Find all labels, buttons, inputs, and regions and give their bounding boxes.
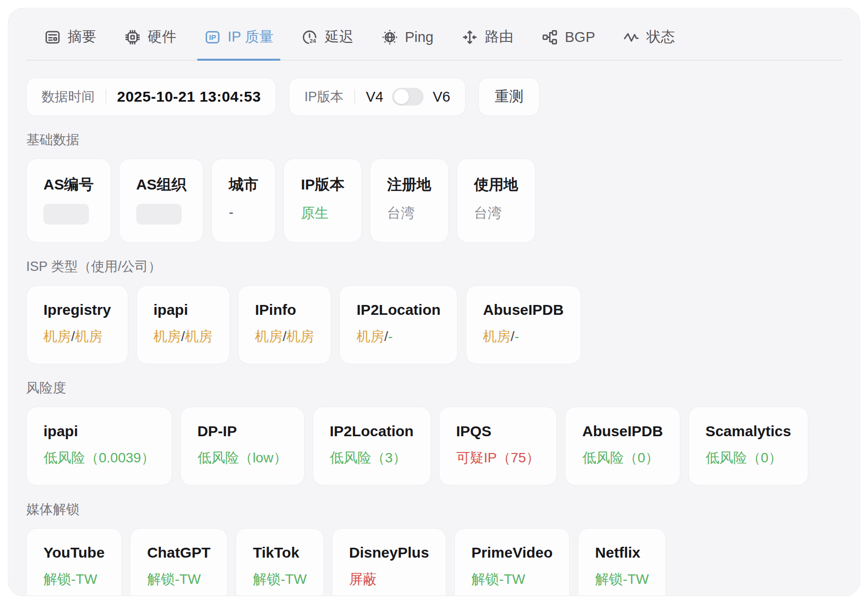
tab-label: 硬件: [148, 27, 176, 47]
section-media: 媒体解锁 YouTube 解锁-TW ChatGPT 解锁-TW TikTok …: [8, 500, 860, 596]
card-title: YouTube: [43, 544, 105, 561]
card-value: 低风险（3）: [330, 449, 414, 467]
tab-label: Ping: [405, 29, 434, 45]
tab-bgp[interactable]: BGP: [541, 29, 595, 46]
card-value: 解锁-TW: [253, 570, 307, 589]
card-value: [136, 204, 187, 225]
card-title: DP-IP: [197, 423, 287, 440]
card-value: 台湾: [474, 204, 518, 223]
tab-route[interactable]: 路由: [461, 27, 513, 47]
tab-latency[interactable]: 24 延迟: [301, 27, 354, 47]
hardware-icon: [124, 29, 141, 46]
value-part: 可疑IP（75）: [456, 449, 540, 467]
value-part: 机房: [483, 327, 511, 346]
info-card: ChatGPT 解锁-TW: [130, 528, 228, 596]
value-part: /: [384, 329, 388, 344]
card-title: IPQS: [456, 423, 540, 440]
tab-hardware[interactable]: 硬件: [124, 27, 176, 47]
value-part: 台湾: [387, 204, 415, 223]
info-card: IP2Location 低风险（3）: [313, 407, 431, 486]
info-card: PrimeVideo 解锁-TW: [454, 528, 570, 596]
value-part: 解锁-TW: [595, 570, 649, 589]
controls-row: 数据时间 2025-10-21 13:04:53 IP版本 V4 V6 重测: [26, 77, 842, 116]
card-row: ipapi 低风险（0.0039） DP-IP 低风险（low） IP2Loca…: [26, 407, 842, 486]
card-title: Netflix: [595, 544, 649, 561]
value-part: 解锁-TW: [472, 570, 525, 589]
info-card: IPinfo 机房/机房: [238, 285, 332, 364]
ip-version-toggle[interactable]: [392, 88, 424, 106]
card-value: 低风险（0）: [582, 449, 663, 467]
info-card: AS编号: [26, 158, 111, 243]
info-card: 使用地 台湾: [457, 158, 536, 243]
bgp-icon: [541, 29, 558, 46]
value-part: -: [514, 329, 519, 344]
redacted-value: [136, 204, 182, 225]
value-part: /: [71, 329, 75, 344]
section-risk: 风险度 ipapi 低风险（0.0039） DP-IP 低风险（low） IP2…: [8, 379, 860, 486]
card-title: IP2Location: [330, 423, 414, 440]
card-title: ipapi: [154, 302, 213, 318]
section-basic: 基础数据 AS编号 AS组织 城市 - IP版本 原生 注册地 台湾 使用地 台…: [8, 131, 860, 243]
card-title: AbuseIPDB: [582, 423, 663, 440]
value-part: 解锁-TW: [147, 570, 201, 589]
value-part: /: [511, 329, 514, 344]
svg-text:IP: IP: [209, 33, 216, 41]
data-time-label: 数据时间: [41, 88, 95, 106]
card-value: 低风险（0.0039）: [43, 449, 155, 467]
value-part: 低风险（0）: [706, 449, 783, 467]
value-part: 原生: [301, 204, 328, 223]
value-part: 机房: [255, 327, 283, 346]
card-title: IP2Location: [356, 302, 440, 318]
info-card: 城市 -: [211, 158, 276, 243]
card-value: 机房/-: [483, 327, 563, 346]
info-card: AbuseIPDB 低风险（0）: [565, 407, 680, 486]
retest-button[interactable]: 重测: [478, 77, 540, 116]
info-card: 注册地 台湾: [370, 158, 449, 243]
card-title: ipapi: [43, 423, 155, 440]
info-card: YouTube 解锁-TW: [26, 528, 122, 596]
card-value: 低风险（0）: [706, 449, 791, 467]
ip-v4-label: V4: [366, 89, 383, 105]
card-value: 机房/机房: [255, 327, 315, 346]
card-title: AbuseIPDB: [483, 302, 563, 318]
info-card: DP-IP 低风险（low）: [180, 407, 305, 486]
value-part: 低风险（0）: [582, 449, 659, 467]
value-part: /: [181, 329, 185, 344]
info-card: AS组织: [119, 158, 204, 243]
section-title: 媒体解锁: [26, 500, 842, 518]
tab-ip-quality[interactable]: IP IP 质量: [204, 27, 274, 47]
info-card: TikTok 解锁-TW: [236, 528, 324, 596]
tab-ping[interactable]: Ping: [381, 29, 434, 46]
card-title: 城市: [229, 175, 258, 195]
card-value: 解锁-TW: [472, 570, 553, 589]
info-card: IP2Location 机房/-: [339, 285, 458, 364]
card-title: Scamalytics: [706, 423, 791, 440]
value-part: 屏蔽: [349, 570, 377, 589]
data-time-card: 数据时间 2025-10-21 13:04:53: [26, 77, 276, 116]
route-icon: [461, 29, 478, 46]
value-part: 机房: [154, 327, 181, 346]
status-icon: [623, 29, 640, 46]
ip-v6-label: V6: [433, 89, 450, 105]
svg-text:24: 24: [310, 37, 316, 43]
card-row: AS编号 AS组织 城市 - IP版本 原生 注册地 台湾 使用地 台湾: [26, 158, 842, 243]
redacted-value: [43, 204, 89, 225]
value-part: 解锁-TW: [43, 570, 97, 589]
tab-bar: 摘要 硬件 IP IP 质量 24 延迟: [26, 27, 842, 61]
card-value: 机房/机房: [43, 327, 111, 346]
card-title: PrimeVideo: [472, 544, 553, 561]
value-part: 低风险（3）: [330, 449, 407, 467]
value-part: 低风险（low）: [197, 449, 287, 467]
tab-label: BGP: [565, 29, 595, 45]
card-title: 注册地: [387, 175, 432, 195]
ip-quality-icon: IP: [204, 29, 221, 46]
tab-summary[interactable]: 摘要: [44, 27, 96, 47]
card-value: [43, 204, 94, 225]
tab-label: 路由: [485, 27, 513, 47]
section-isp: ISP 类型（使用/公司） Ipregistry 机房/机房 ipapi 机房/…: [8, 258, 860, 364]
tab-status[interactable]: 状态: [623, 27, 675, 47]
tab-label: IP 质量: [228, 27, 274, 47]
value-part: 机房: [43, 327, 71, 346]
card-title: IPinfo: [255, 302, 315, 318]
card-value: 可疑IP（75）: [456, 449, 540, 467]
